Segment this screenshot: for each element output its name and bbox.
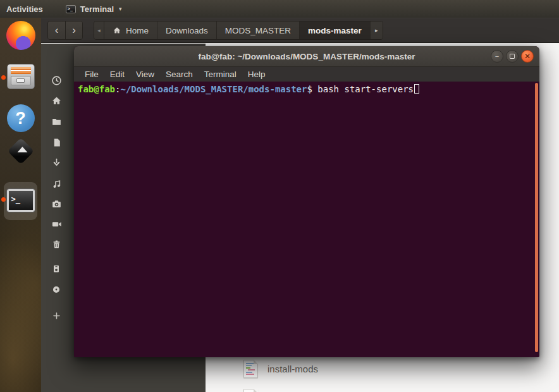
- close-button[interactable]: ✕: [521, 50, 534, 63]
- sidebar-home-icon[interactable]: [49, 94, 63, 107]
- sidebar-trash-icon[interactable]: [49, 237, 63, 251]
- breadcrumb-label: Home: [126, 26, 149, 35]
- activities-button[interactable]: Activities: [0, 0, 52, 18]
- sidebar-pictures-icon[interactable]: [49, 197, 63, 211]
- sidebar-device-icon[interactable]: [49, 262, 63, 276]
- path-scroll-right-icon[interactable]: ▸: [370, 21, 383, 39]
- files-icon: [7, 64, 35, 89]
- back-button[interactable]: ‹: [48, 21, 65, 39]
- files-header-bar: ‹ › ◂ Home Downloads MODS_MASTER: [41, 18, 559, 43]
- command-text: bash start-servers: [312, 84, 414, 94]
- top-bar: Activities >_ Terminal ▾: [0, 0, 559, 18]
- file-row-install-mods[interactable]: install-mods: [243, 356, 318, 381]
- dock-item-files[interactable]: [5, 64, 36, 89]
- maximize-button[interactable]: [506, 50, 519, 63]
- terminal-cursor: [414, 84, 419, 94]
- minimize-button[interactable]: −: [491, 50, 503, 63]
- script-file-icon: [243, 389, 258, 392]
- dock-item-help[interactable]: ?: [5, 104, 36, 132]
- terminal-window: fab@fab: ~/Downloads/MODS_MASTER/mods-ma…: [74, 46, 539, 357]
- sidebar-add-icon[interactable]: [49, 309, 63, 322]
- sidebar-disc-icon[interactable]: [49, 283, 63, 297]
- terminal-icon: >_: [7, 189, 35, 212]
- terminal-scrollbar[interactable]: [535, 83, 538, 352]
- breadcrumb-label: mods-master: [308, 26, 362, 35]
- dock-item-inkscape[interactable]: [5, 142, 36, 161]
- breadcrumb-mods-master-dir[interactable]: MODS_MASTER: [216, 21, 299, 39]
- sidebar-videos-icon[interactable]: [49, 217, 63, 231]
- home-icon: [113, 26, 121, 35]
- inkscape-icon: [7, 138, 34, 164]
- terminal-title: fab@fab: ~/Downloads/MODS_MASTER/mods-ma…: [199, 52, 415, 61]
- app-menu-label: Terminal: [80, 4, 114, 14]
- file-name: install-mods: [267, 364, 318, 374]
- dock-item-terminal[interactable]: >_: [5, 189, 36, 212]
- script-file-icon: [243, 360, 258, 378]
- terminal-titlebar[interactable]: fab@fab: ~/Downloads/MODS_MASTER/mods-ma…: [74, 46, 539, 67]
- path-scroll-left-icon[interactable]: ◂: [94, 21, 104, 39]
- dock-item-firefox[interactable]: [5, 21, 36, 50]
- breadcrumb-label: MODS_MASTER: [225, 26, 291, 35]
- window-controls: − ✕: [491, 50, 534, 63]
- app-menu-button[interactable]: >_ Terminal ▾: [61, 0, 127, 18]
- path-bar: ◂ Home Downloads MODS_MASTER mods-master…: [94, 21, 383, 40]
- menu-terminal[interactable]: Terminal: [199, 70, 242, 79]
- menu-file[interactable]: File: [79, 70, 104, 79]
- prompt-dollar: $: [307, 84, 312, 94]
- chevron-down-icon: ▾: [119, 6, 122, 12]
- breadcrumb-current[interactable]: mods-master: [299, 21, 370, 39]
- prompt-user-host: fab@fab: [78, 84, 115, 94]
- desktop: Activities >_ Terminal ▾ ? >_: [0, 0, 559, 392]
- terminal-content[interactable]: fab@fab:~/Downloads/MODS_MASTER/mods-mas…: [74, 82, 539, 357]
- prompt-line: fab@fab:~/Downloads/MODS_MASTER/mods-mas…: [78, 83, 533, 95]
- sidebar-recent-icon[interactable]: [49, 73, 63, 87]
- dock: ? >_: [0, 18, 41, 392]
- firefox-icon: [6, 21, 35, 50]
- help-icon: ?: [7, 104, 35, 132]
- forward-button[interactable]: ›: [65, 21, 82, 39]
- breadcrumb-label: Downloads: [166, 26, 208, 35]
- terminal-menubar: File Edit View Search Terminal Help: [74, 67, 539, 82]
- prompt-path: ~/Downloads/MODS_MASTER/mods-master: [120, 84, 307, 94]
- file-row-partial[interactable]: [243, 385, 267, 392]
- nav-buttons: ‹ ›: [47, 21, 83, 40]
- sidebar-downloads-icon[interactable]: [49, 156, 63, 169]
- terminal-app-icon: >_: [66, 5, 76, 13]
- sidebar-desktop-icon[interactable]: [49, 114, 63, 128]
- sidebar-music-icon[interactable]: [49, 176, 63, 190]
- menu-search[interactable]: Search: [160, 70, 199, 79]
- breadcrumb-downloads[interactable]: Downloads: [157, 21, 216, 39]
- sidebar-documents-icon[interactable]: [49, 135, 63, 149]
- menu-help[interactable]: Help: [242, 70, 271, 79]
- breadcrumb-home[interactable]: Home: [104, 21, 157, 39]
- menu-edit[interactable]: Edit: [104, 70, 130, 79]
- menu-view[interactable]: View: [130, 70, 160, 79]
